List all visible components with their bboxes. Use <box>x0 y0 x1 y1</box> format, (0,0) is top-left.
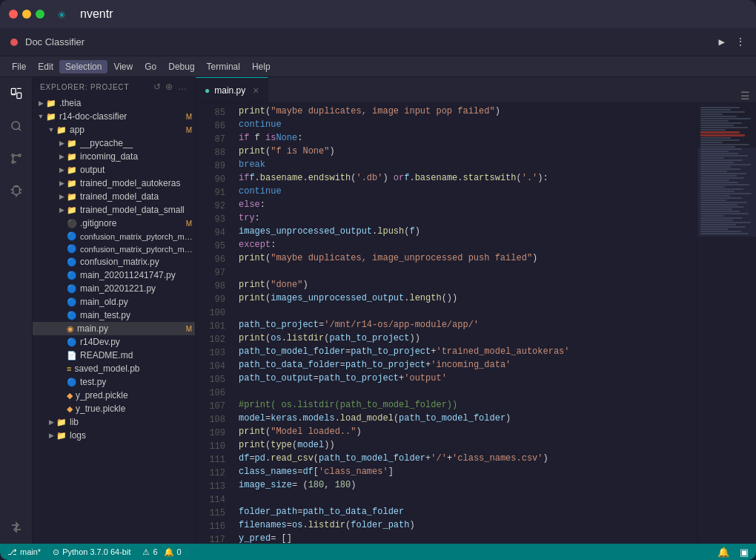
tree-item-main-test[interactable]: ▶ 🔵 main_test.py <box>33 309 195 322</box>
tree-item-test-py[interactable]: ▶ 🔵 test.py <box>33 375 195 389</box>
git-branch-status[interactable]: ⎇ main* <box>7 547 41 557</box>
app-header: Doc Classifier ▶ ⋮ <box>0 28 756 56</box>
code-line: print(os.listdir(path_to_project)) <box>231 332 697 345</box>
tree-item-saved-model[interactable]: ▶ ≡ saved_model.pb <box>33 362 195 375</box>
more-icon[interactable]: … <box>178 82 188 92</box>
code-line: df = pd.read_csv(path_to_model_folder +'… <box>231 452 697 465</box>
project-status-dot <box>10 39 18 46</box>
tree-item-pycache[interactable]: ▶ 📁 __pycache__ <box>33 136 195 150</box>
title-bar: ✳ nventr <box>0 0 756 28</box>
close-button[interactable] <box>9 10 18 19</box>
panel-icon[interactable]: ▣ <box>740 547 749 558</box>
code-line <box>231 492 697 505</box>
python-label: Python 3.7.0 64-bit <box>62 547 130 556</box>
menu-help[interactable]: Help <box>246 60 276 73</box>
sidebar-header-icons: ↺ ⊕ … <box>153 82 188 92</box>
minimap-content <box>697 103 756 544</box>
source-control-icon[interactable] <box>6 148 27 169</box>
menu-terminal[interactable]: Terminal <box>201 60 246 73</box>
svg-rect-1 <box>16 93 21 99</box>
code-line: images_unprocessed_output.lpush(f) <box>231 225 697 238</box>
code-line: print("done") <box>231 278 697 291</box>
code-line: path_to_data_folder = path_to_project + … <box>231 358 697 372</box>
menu-go[interactable]: Go <box>139 60 162 73</box>
svg-rect-0 <box>11 88 16 94</box>
code-line: print(images_unprocessed_output.length()… <box>231 291 697 305</box>
menu-file[interactable]: File <box>6 60 32 73</box>
code-line: continue <box>231 185 697 198</box>
python-version-status[interactable]: ⊙ Python 3.7.0 64-bit <box>53 547 130 557</box>
tree-item-confusion2[interactable]: ▶ 🔵 confusion_matrix_pytorch_mod... <box>33 243 195 255</box>
code-line: if f is None: <box>231 131 697 145</box>
menu-view[interactable]: View <box>107 60 139 73</box>
maximize-button[interactable] <box>36 10 44 19</box>
svg-point-3 <box>12 154 14 157</box>
split-editor-icon[interactable]: ☰ <box>740 90 750 102</box>
tree-item-readme[interactable]: ▶ 📄 README.md <box>33 349 195 362</box>
tab-dot-icon: ● <box>205 85 210 96</box>
tree-item-logs[interactable]: ▶ 📁 logs <box>33 429 195 442</box>
warning-icon: ⚠ <box>142 547 150 557</box>
tree-item-ytrue[interactable]: ▶ ◆ y_true.pickle <box>33 402 195 415</box>
code-line <box>231 385 697 398</box>
menu-debug[interactable]: Debug <box>162 60 200 73</box>
svg-point-5 <box>12 161 14 163</box>
sidebar-header: EXPLORER: PROJECT ↺ ⊕ … <box>33 77 195 96</box>
menu-edit[interactable]: Edit <box>32 60 59 73</box>
tree-item-main-20201221[interactable]: ▶ 🔵 main_20201221.py <box>33 282 195 295</box>
tree-item-output[interactable]: ▶ 📁 output <box>33 163 195 177</box>
code-line: if f.basename.endswith('.db') or f.basen… <box>231 171 697 185</box>
tree-item-main-2020112[interactable]: ▶ 🔵 main_202011241747.py <box>33 269 195 282</box>
add-folder-icon[interactable]: ⊕ <box>165 82 173 92</box>
tree-item-confusion-matrix-py[interactable]: ▶ 🔵 confusion_matrix.py <box>33 255 195 269</box>
code-line: except: <box>231 238 697 251</box>
tree-item-lib[interactable]: ▶ 📁 lib <box>33 415 195 429</box>
code-line: else: <box>231 198 697 211</box>
code-line: model = keras.models.load_model(path_to_… <box>231 412 697 425</box>
tree-item-gitignore[interactable]: ▶ ⚫ .gitignore M <box>33 217 195 230</box>
tree-item-r14-doc-classifier[interactable]: ▼ 📁 r14-doc-classifier M <box>33 110 195 123</box>
code-line: continue <box>231 118 697 131</box>
branch-icon: ⎇ <box>7 547 17 557</box>
menu-selection[interactable]: Selection <box>59 60 107 73</box>
bell-status-icon[interactable]: 🔔 <box>717 547 729 558</box>
minimap <box>697 103 756 544</box>
tree-item-incoming-data[interactable]: ▶ 📁 incoming_data <box>33 150 195 163</box>
tab-main-py[interactable]: ● main.py × <box>196 77 268 102</box>
code-content[interactable]: print("maybe duplicates, image input pop… <box>231 103 697 544</box>
tab-close-icon[interactable]: × <box>253 85 259 96</box>
code-line: print(type(model)) <box>231 438 697 452</box>
code-line: path_to_output = path_to_project + 'outp… <box>231 372 697 385</box>
tree-item-trained-data-small[interactable]: ▶ 📁 trained_model_data_small <box>33 203 195 217</box>
minimize-button[interactable] <box>22 10 31 19</box>
editor-area: ● main.py × ☰ 8586878889 9091929394 9596… <box>196 77 756 544</box>
search-icon[interactable] <box>6 116 27 136</box>
file-tree: ▶ 📁 .theia ▼ 📁 r14-doc-classifier M ▼ 📁 … <box>33 96 195 544</box>
tree-item-r14dev[interactable]: ▶ 🔵 r14Dev.py <box>33 335 195 349</box>
sidebar-title: EXPLORER: PROJECT <box>40 83 129 91</box>
tree-item-theia[interactable]: ▶ 📁 .theia <box>33 96 195 110</box>
more-options-button[interactable]: ⋮ <box>735 36 746 48</box>
explorer-icon[interactable] <box>6 83 27 104</box>
tree-item-trained-data[interactable]: ▶ 📁 trained_model_data <box>33 190 195 203</box>
python-icon: ⊙ <box>53 547 59 557</box>
bell-icon: 🔔 <box>164 547 174 557</box>
traffic-lights <box>9 10 44 19</box>
refresh-icon[interactable]: ↺ <box>153 82 162 92</box>
debug-icon[interactable] <box>6 181 27 202</box>
header-actions: ▶ ⋮ <box>719 36 746 48</box>
run-button[interactable]: ▶ <box>719 36 725 48</box>
line-numbers: 8586878889 9091929394 9596979899 1001011… <box>196 103 231 544</box>
app-brand: ✳ nventr <box>58 6 113 22</box>
code-line: filenames = os.listdir(folder_path) <box>231 518 697 532</box>
tree-item-main-py[interactable]: ▶ ◉ main.py M <box>33 322 195 335</box>
errors-warnings-status[interactable]: ⚠ 6 🔔 0 <box>142 547 181 557</box>
tree-item-main-old[interactable]: ▶ 🔵 main_old.py <box>33 295 195 309</box>
extensions-icon[interactable] <box>6 517 27 538</box>
tree-item-confusion1[interactable]: ▶ 🔵 confusion_matrix_pytorch_mod... <box>33 230 195 243</box>
code-line: y_pred = [] <box>231 532 697 544</box>
tree-item-ypred[interactable]: ▶ ◆ y_pred.pickle <box>33 389 195 402</box>
activity-bar <box>0 77 33 544</box>
tree-item-app[interactable]: ▼ 📁 app M <box>33 123 195 136</box>
tree-item-trained-autokeras[interactable]: ▶ 📁 trained_model_autokeras <box>33 177 195 190</box>
